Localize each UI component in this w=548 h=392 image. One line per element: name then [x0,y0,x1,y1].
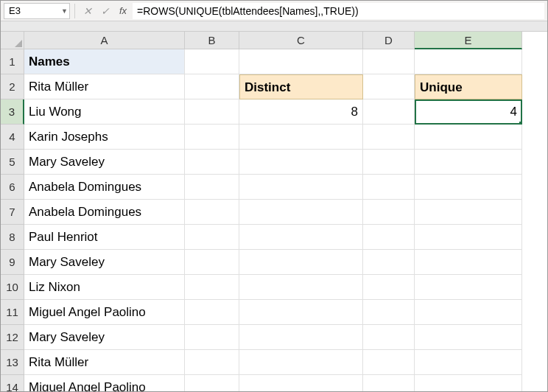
cell-c1[interactable] [239,49,363,74]
insert-function-icon[interactable]: fx [115,3,131,19]
row-header-8[interactable]: 8 [1,225,24,250]
cell-b12[interactable] [185,325,239,350]
cell-a5[interactable]: Mary Saveley [24,150,185,175]
cell-c2[interactable]: Distinct [239,74,363,99]
cell-d7[interactable] [363,200,415,225]
cell-e1[interactable] [415,49,522,74]
cell-e14[interactable] [415,375,522,391]
accept-formula-icon: ✓ [97,3,113,19]
cell-d6[interactable] [363,175,415,200]
cell-b6[interactable] [185,175,239,200]
cell-e8[interactable] [415,225,522,250]
cell-e10[interactable] [415,275,522,300]
cell-b14[interactable] [185,375,239,391]
cell-b5[interactable] [185,150,239,175]
cell-a3[interactable]: Liu Wong [24,99,185,125]
cell-d9[interactable] [363,250,415,275]
cell-d8[interactable] [363,225,415,250]
cell-e13[interactable] [415,350,522,375]
cell-b1[interactable] [185,49,239,74]
cell-c12[interactable] [239,325,363,350]
cell-e7[interactable] [415,200,522,225]
cell-c9[interactable] [239,250,363,275]
row-header-6[interactable]: 6 [1,175,24,200]
cell-c13[interactable] [239,350,363,375]
row-3: 3 Liu Wong 8 4 [1,99,547,125]
cell-c11[interactable] [239,300,363,325]
cell-d5[interactable] [363,150,415,175]
row-5: 5 Mary Saveley [1,150,547,175]
name-box-dropdown-icon[interactable]: ▼ [61,7,68,15]
cell-e12[interactable] [415,325,522,350]
cell-c10[interactable] [239,275,363,300]
cell-b11[interactable] [185,300,239,325]
cell-c3[interactable]: 8 [239,99,363,125]
row-header-7[interactable]: 7 [1,200,24,225]
cell-d12[interactable] [363,325,415,350]
row-4: 4 Karin Josephs [1,125,547,150]
cell-a12[interactable]: Mary Saveley [24,325,185,350]
cell-d3[interactable] [363,99,415,125]
cell-e5[interactable] [415,150,522,175]
cell-b8[interactable] [185,225,239,250]
col-header-b[interactable]: B [185,32,239,49]
cell-c8[interactable] [239,225,363,250]
cell-d2[interactable] [363,74,415,99]
cell-d14[interactable] [363,375,415,391]
row-header-10[interactable]: 10 [1,275,24,300]
cell-e4[interactable] [415,125,522,150]
cell-e3[interactable]: 4 [415,99,522,125]
cell-e11[interactable] [415,300,522,325]
row-header-13[interactable]: 13 [1,350,24,375]
cell-b4[interactable] [185,125,239,150]
cell-e9[interactable] [415,250,522,275]
row-header-12[interactable]: 12 [1,325,24,350]
col-header-a[interactable]: A [24,32,185,49]
cell-d1[interactable] [363,49,415,74]
cell-a7[interactable]: Anabela Domingues [24,200,185,225]
row-header-4[interactable]: 4 [1,125,24,150]
select-all-corner[interactable] [1,32,24,49]
row-header-3[interactable]: 3 [1,99,24,125]
cell-d10[interactable] [363,275,415,300]
col-header-e[interactable]: E [415,32,522,49]
cell-a13[interactable]: Rita Müller [24,350,185,375]
cell-e6[interactable] [415,175,522,200]
cell-b10[interactable] [185,275,239,300]
cell-c4[interactable] [239,125,363,150]
cell-b2[interactable] [185,74,239,99]
cell-a11[interactable]: Miguel Angel Paolino [24,300,185,325]
cell-a2[interactable]: Rita Müller [24,74,185,99]
cell-a10[interactable]: Liz Nixon [24,275,185,300]
row-header-14[interactable]: 14 [1,375,24,391]
row-2: 2 Rita Müller Distinct Unique [1,74,547,99]
cell-c6[interactable] [239,175,363,200]
cell-b3[interactable] [185,99,239,125]
cell-d11[interactable] [363,300,415,325]
col-header-c[interactable]: C [239,32,363,49]
cell-c5[interactable] [239,150,363,175]
row-header-9[interactable]: 9 [1,250,24,275]
cell-a1[interactable]: Names [24,49,185,74]
row-header-2[interactable]: 2 [1,74,24,99]
name-box[interactable]: E3 ▼ [4,3,70,19]
cell-b7[interactable] [185,200,239,225]
cell-b9[interactable] [185,250,239,275]
cell-c7[interactable] [239,200,363,225]
row-header-5[interactable]: 5 [1,150,24,175]
cell-a6[interactable]: Anabela Domingues [24,175,185,200]
row-header-1[interactable]: 1 [1,49,24,74]
cell-b13[interactable] [185,350,239,375]
cell-a8[interactable]: Paul Henriot [24,225,185,250]
cell-a9[interactable]: Mary Saveley [24,250,185,275]
cell-e2[interactable]: Unique [415,74,522,99]
cell-c14[interactable] [239,375,363,391]
formula-input[interactable]: =ROWS(UNIQUE(tblAttendees[Names],,TRUE)) [133,3,544,19]
row-header-11[interactable]: 11 [1,300,24,325]
cell-a14[interactable]: Miguel Angel Paolino [24,375,185,391]
cell-d4[interactable] [363,125,415,150]
rows-container: 1 Names 2 Rita Müller Distinct Unique 3 … [1,49,547,391]
cell-a4[interactable]: Karin Josephs [24,125,185,150]
cell-d13[interactable] [363,350,415,375]
col-header-d[interactable]: D [363,32,415,49]
